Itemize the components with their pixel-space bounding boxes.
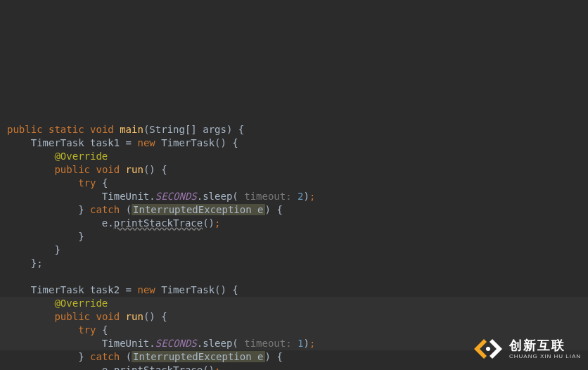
code-line: }	[7, 231, 84, 242]
code-line: } catch (InterruptedException e) {	[7, 351, 283, 362]
code-line: }	[7, 244, 60, 255]
code-line: e.printStackTrace();	[7, 364, 220, 370]
code-line: TimerTask task2 = new TimerTask() {	[7, 284, 238, 295]
watermark-text-en: CHUANG XIN HU LIAN	[509, 353, 581, 359]
logo-icon	[471, 335, 505, 363]
code-line: };	[7, 257, 43, 269]
code-line: try {	[7, 324, 108, 336]
code-line: @Override	[7, 151, 108, 162]
watermark-text-cn: 创新互联	[509, 338, 581, 353]
code-line: TimeUnit.SECONDS.sleep( timeout: 2);	[7, 191, 315, 202]
code-line: TimerTask task1 = new TimerTask() {	[7, 137, 238, 148]
code-line: public static void main(String[] args) {	[7, 124, 244, 135]
watermark-logo: 创新互联 CHUANG XIN HU LIAN	[471, 335, 581, 363]
code-line: try {	[7, 177, 108, 189]
svg-point-0	[486, 347, 490, 351]
code-line: public void run() {	[7, 311, 167, 322]
code-editor[interactable]: public static void main(String[] args) {…	[7, 123, 588, 370]
code-line: e.printStackTrace();	[7, 217, 220, 229]
code-line: TimeUnit.SECONDS.sleep( timeout: 1);	[7, 338, 315, 349]
code-line: public void run() {	[7, 164, 167, 175]
code-line: @Override	[7, 298, 108, 309]
code-line: } catch (InterruptedException e) {	[7, 204, 283, 215]
